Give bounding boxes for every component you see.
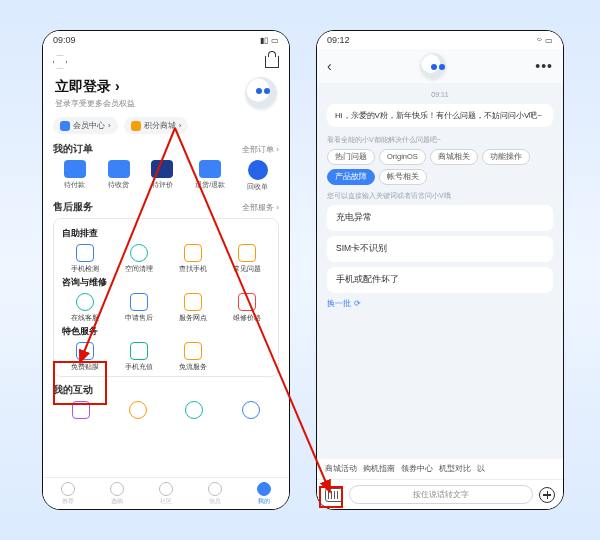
faq-sim[interactable]: SIM卡不识别 <box>327 236 553 262</box>
aftersale-head: 售后服务 全部服务 › <box>53 200 279 214</box>
order-pending-pay[interactable]: 待付款 <box>64 160 86 192</box>
plus-icon[interactable] <box>539 487 555 503</box>
tab-community[interactable]: 社区 <box>159 482 173 506</box>
bot-avatar <box>420 53 446 79</box>
order-pending-ship[interactable]: 待收货 <box>108 160 130 192</box>
login-subtitle: 登录享受更多会员权益 <box>55 98 135 109</box>
feature-recharge[interactable]: 手机充值 <box>112 342 166 372</box>
selfcheck-faq[interactable]: 常见问题 <box>220 244 274 274</box>
pill-hot[interactable]: 热门问题 <box>327 149 375 165</box>
pill-originos[interactable]: OriginOS <box>379 149 426 165</box>
consult-title: 咨询与维修 <box>62 276 270 289</box>
status-bar: 09:09 ▮▯ ▭ <box>43 31 289 49</box>
consult-stores[interactable]: 服务网点 <box>166 293 220 323</box>
member-icon <box>60 121 70 131</box>
category-pills: 热门问题 OriginOS 商城相关 功能操作 产品故障 帐号相关 <box>327 149 553 185</box>
consult-online-service[interactable]: 在线客服 <box>58 293 112 323</box>
more-icon[interactable]: ••• <box>535 58 553 74</box>
avatar[interactable] <box>245 77 277 109</box>
settings-icon[interactable] <box>53 55 67 69</box>
interact-title: 我的互动 <box>53 383 93 397</box>
feature-film[interactable]: 免费贴膜 <box>58 342 112 372</box>
highlight-keyboard <box>319 486 343 508</box>
refresh-button[interactable]: 换一批 ⟳ <box>327 298 553 309</box>
status-time: 09:09 <box>53 35 76 45</box>
selfcheck-find[interactable]: 查找手机 <box>166 244 220 274</box>
feature-title: 特色服务 <box>62 325 270 338</box>
chip-coupon[interactable]: 领券中心 <box>401 464 433 474</box>
tab-bar: 推荐 选购 社区 信息 我的 <box>43 477 289 509</box>
bottom-chip-row: 商城活动 购机指南 领券中心 机型对比 以 <box>317 459 563 479</box>
chip-compare[interactable]: 机型对比 <box>439 464 471 474</box>
tab-message[interactable]: 信息 <box>208 482 222 506</box>
chip-more[interactable]: 以 <box>477 464 485 474</box>
profile-scroll: 会员中心 › 积分商城 › 我的订单 全部订单 › 待付款 待收货 待评价 退货… <box>43 115 289 477</box>
faq-charge[interactable]: 充电异常 <box>327 205 553 231</box>
order-pending-review[interactable]: 待评价 <box>151 160 173 192</box>
chip-activity[interactable]: 商城活动 <box>325 464 357 474</box>
chevron-right-icon: › <box>115 78 120 94</box>
battery-icon: ▭ <box>545 36 553 45</box>
voice-input[interactable]: 按住说话转文字 <box>349 485 533 504</box>
phone-right: 09:12 ⌔ ▭ ‹ ••• 09:11 Hi，亲爱的V粉，新年快乐！有什么问… <box>316 30 564 510</box>
tab-mine[interactable]: 我的 <box>257 482 271 506</box>
points-icon <box>131 121 141 131</box>
chip-member-center[interactable]: 会员中心 › <box>53 117 118 134</box>
phone-left: 09:09 ▮▯ ▭ 立即登录 › 登录享受更多会员权益 会员中心 › <box>42 30 290 510</box>
cart-icon[interactable] <box>265 56 279 68</box>
input-bar: 按住说话转文字 <box>317 479 563 509</box>
status-time: 09:12 <box>327 35 350 45</box>
chat-timestamp: 09:11 <box>327 91 553 98</box>
pill-mall[interactable]: 商城相关 <box>430 149 478 165</box>
pill-fault[interactable]: 产品故障 <box>327 169 375 185</box>
aftersale-card: 自助排查 手机检测 空间清理 查找手机 常见问题 咨询与维修 在线客服 申请售后… <box>53 218 279 377</box>
interact-icon-2[interactable] <box>129 401 147 419</box>
aftersale-more[interactable]: 全部服务 › <box>242 202 279 213</box>
orders-title: 我的订单 <box>53 142 93 156</box>
interact-icon-4[interactable] <box>242 401 260 419</box>
bot-greeting: Hi，亲爱的V粉，新年快乐！有什么问题，不妨问问小V吧~ <box>327 104 553 127</box>
hint-capability: 看看全能的小V都能解决什么问题吧~ <box>327 135 553 145</box>
login-row[interactable]: 立即登录 › 登录享受更多会员权益 <box>43 75 289 115</box>
selfcheck-title: 自助排查 <box>62 227 270 240</box>
order-recycle[interactable]: 回收单 <box>247 160 268 192</box>
interact-row <box>53 401 279 419</box>
order-refund[interactable]: 退货/退款 <box>195 160 225 192</box>
chip-guide[interactable]: 购机指南 <box>363 464 395 474</box>
pill-account[interactable]: 帐号相关 <box>379 169 427 185</box>
chevron-icon: › <box>179 121 182 130</box>
top-bar <box>43 49 289 75</box>
feature-data[interactable]: 免流服务 <box>166 342 220 372</box>
selfcheck-clean[interactable]: 空间清理 <box>112 244 166 274</box>
status-right: ⌔ ▭ <box>537 36 553 45</box>
orders-head: 我的订单 全部订单 › <box>53 142 279 156</box>
consult-apply[interactable]: 申请售后 <box>112 293 166 323</box>
battery-icon: ▭ <box>271 36 279 45</box>
tab-recommend[interactable]: 推荐 <box>61 482 75 506</box>
chevron-icon: › <box>108 121 111 130</box>
interact-icon-1[interactable] <box>72 401 90 419</box>
orders-row: 待付款 待收货 待评价 退货/退款 回收单 <box>53 160 279 192</box>
chat-header: ‹ ••• <box>317 49 563 83</box>
signal-icon: ▮▯ <box>260 36 268 45</box>
interact-head: 我的互动 <box>53 383 279 397</box>
hint-input: 您可以直接输入关键词或者语音问小V哦 <box>327 191 553 201</box>
interact-icon-3[interactable] <box>185 401 203 419</box>
login-title: 立即登录 <box>55 78 111 94</box>
selfcheck-phone[interactable]: 手机检测 <box>58 244 112 274</box>
pill-function[interactable]: 功能操作 <box>482 149 530 165</box>
aftersale-title: 售后服务 <box>53 200 93 214</box>
faq-broken[interactable]: 手机或配件坏了 <box>327 267 553 293</box>
status-bar: 09:12 ⌔ ▭ <box>317 31 563 49</box>
wifi-icon: ⌔ <box>537 36 542 45</box>
chip-points-mall[interactable]: 积分商城 › <box>124 117 189 134</box>
tab-shop[interactable]: 选购 <box>110 482 124 506</box>
orders-more[interactable]: 全部订单 › <box>242 144 279 155</box>
consult-price[interactable]: 维修价格 <box>220 293 274 323</box>
chat-body: 09:11 Hi，亲爱的V粉，新年快乐！有什么问题，不妨问问小V吧~ 看看全能的… <box>317 83 563 459</box>
status-right: ▮▯ ▭ <box>260 36 279 45</box>
refresh-icon: ⟳ <box>354 299 361 308</box>
back-icon[interactable]: ‹ <box>327 58 332 74</box>
